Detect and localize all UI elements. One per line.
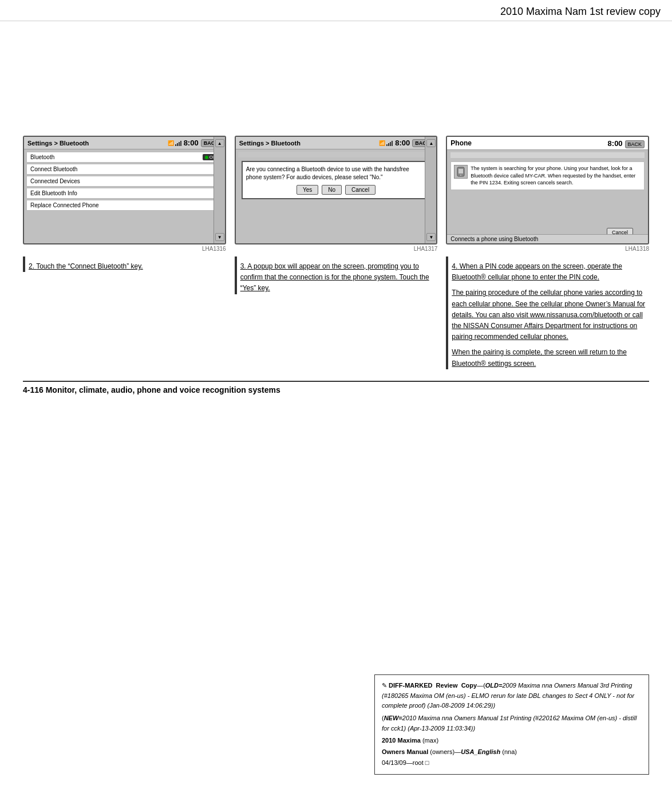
screen2-scroll-down-arrow[interactable]: ▼ — [426, 233, 436, 241]
diff-line1: ✎ DIFF-MARKED Review Copy—(OLD=2009 Maxi… — [382, 681, 642, 711]
screen2-scroll-up-arrow[interactable]: ▲ — [426, 139, 436, 147]
screen1-header: Settings > Bluetooth 📶 8:00 — [24, 137, 225, 149]
step4-content3: When the pairing is complete, the screen… — [452, 347, 649, 369]
pencil-icon: ✎ — [382, 682, 387, 689]
screen3-bg-item — [450, 152, 645, 158]
screen2-body-area: Are you connecting a Bluetooth device to… — [236, 149, 437, 241]
screen2-signal-bar-icon — [386, 140, 393, 146]
screen3-header: Phone 8:00 BACK — [447, 137, 648, 150]
popup-box: Are you connecting a Bluetooth device to… — [242, 161, 431, 199]
diff-line2: (NEW=2010 Maxima nna Owners Manual 1st P… — [382, 713, 642, 733]
step3-text: 3. A popup box will appear on the screen… — [240, 261, 438, 294]
popup-yes-button[interactable]: Yes — [297, 185, 318, 195]
step4-desc1: When a PIN code appears on the screen, o… — [452, 262, 622, 281]
screen3-info-content: The system is searching for your phone. … — [447, 152, 648, 224]
step2-desc: Touch the “Connect Bluetooth” key. — [36, 262, 143, 270]
step2-num: 2. — [29, 262, 34, 270]
menu-item-connect-bluetooth[interactable]: Connect Bluetooth — [26, 164, 223, 175]
popup-cancel-button[interactable]: Cancel — [345, 185, 375, 195]
screen2-status-icons: 📶 — [379, 140, 393, 146]
screen1-mockup: Settings > Bluetooth 📶 8:00 — [23, 136, 226, 244]
edit-bluetooth-info-label: Edit Bluetooth Info — [30, 190, 77, 196]
step3-bar — [235, 256, 237, 294]
diagram-col-3: Phone 8:00 BACK — [446, 136, 649, 369]
screen1-breadcrumb: Settings > Bluetooth — [27, 140, 89, 147]
svg-point-2 — [460, 175, 461, 176]
screen1-time: 8:00 — [184, 139, 199, 147]
screen1-menu-list: Bluetooth ON Connect Bluetooth Connected… — [24, 149, 225, 241]
screen3-info-area: The system is searching for your phone. … — [447, 150, 648, 227]
diff-usa-italic: USA_English — [461, 748, 500, 755]
diagram-col-1: Settings > Bluetooth 📶 8:00 — [23, 136, 226, 272]
screen2-mockup: Settings > Bluetooth 📶 8:00 — [235, 136, 438, 244]
screen2-bg-item1 — [238, 152, 434, 157]
scroll-up-arrow[interactable]: ▲ — [215, 139, 224, 147]
menu-item-bluetooth-label: Bluetooth — [30, 154, 54, 160]
menu-item-connected-devices[interactable]: Connected Devices — [26, 176, 223, 187]
step2-text: 2. Touch the “Connect Bluetooth” key. — [29, 261, 143, 272]
connects-label: Connects a phone using Bluetooth — [447, 234, 648, 243]
info-text: The system is searching for your phone. … — [471, 165, 641, 187]
diff-marked-box: ✎ DIFF-MARKED Review Copy—(OLD=2009 Maxi… — [374, 674, 649, 775]
step4-container: 4. When a PIN code appears on the screen… — [446, 256, 649, 369]
step3-content: 3. A popup box will appear on the screen… — [240, 261, 438, 294]
step2-container: 2. Touch the “Connect Bluetooth” key. — [23, 256, 226, 272]
step4-text: 4. When a PIN code appears on the screen… — [452, 261, 649, 369]
screen3-lha: LHA1318 — [446, 246, 649, 252]
diff-marked-label: DIFF-MARKED — [389, 682, 432, 689]
screen3-title: Phone — [450, 139, 472, 147]
diff-usa-bold: USA_English — [461, 748, 500, 755]
connected-devices-label: Connected Devices — [30, 178, 80, 184]
connect-bluetooth-label: Connect Bluetooth — [30, 166, 77, 172]
popup-text: Are you connecting a Bluetooth device to… — [246, 165, 426, 181]
step4-content1: 4. When a PIN code appears on the screen… — [452, 261, 649, 283]
step4-bar — [446, 256, 448, 369]
menu-item-edit-bluetooth-info[interactable]: Edit Bluetooth Info — [26, 188, 223, 199]
info-icon — [454, 165, 468, 179]
step3-num: 3. — [240, 262, 246, 270]
step4-content2: The pairing procedure of the cellular ph… — [452, 287, 649, 342]
popup-no-button[interactable]: No — [322, 185, 342, 195]
screen2-header: Settings > Bluetooth 📶 8:00 — [236, 137, 437, 149]
diff-owners-bold: Owners Manual — [382, 748, 428, 755]
screen3-time-area: 8:00 BACK — [608, 139, 645, 148]
diff-review-label: Review — [436, 682, 458, 689]
bluetooth-icon: 📶 — [168, 140, 174, 146]
screen2-lha: LHA1317 — [235, 246, 438, 252]
diff-line3: 2010 Maxima (max) — [382, 736, 642, 746]
screen1-body-area: Bluetooth ON Connect Bluetooth Connected… — [24, 149, 225, 241]
screen3-back-button[interactable]: BACK — [625, 140, 645, 148]
diff-copy-label: Copy — [461, 682, 477, 689]
bottom-section-label: 4-116 Monitor, climate, audio, phone and… — [23, 381, 649, 394]
scroll-down-arrow[interactable]: ▼ — [215, 233, 224, 241]
page-title-text: 2010 Maxima Nam 1st review copy — [500, 6, 661, 17]
menu-item-replace-connected-phone[interactable]: Replace Connected Phone — [26, 200, 223, 211]
screen2-bluetooth-icon: 📶 — [379, 140, 385, 146]
menu-item-bluetooth[interactable]: Bluetooth ON — [26, 152, 223, 163]
step4-num: 4. — [452, 262, 457, 270]
phone-info-svg — [455, 166, 467, 177]
screen2-page-indicator: 2/5 — [238, 203, 434, 211]
page-title: 2010 Maxima Nam 1st review copy — [0, 0, 672, 21]
diff-line4: Owners Manual (owners)—USA_English (nna) — [382, 747, 642, 757]
step2-content: 2. Touch the “Connect Bluetooth” key. — [29, 261, 143, 272]
screen1-status-icons: 📶 — [168, 140, 181, 146]
screen2-time: 8:00 — [395, 139, 410, 147]
diagram-col-2: Settings > Bluetooth 📶 8:00 — [235, 136, 438, 294]
screen2-popup-area: Are you connecting a Bluetooth device to… — [236, 149, 437, 241]
diagrams-row: Settings > Bluetooth 📶 8:00 — [23, 136, 649, 369]
diff-line5: 04/13/09—root □ — [382, 758, 642, 768]
step2-bar — [23, 256, 25, 272]
info-box: The system is searching for your phone. … — [450, 161, 645, 190]
screen2-breadcrumb: Settings > Bluetooth — [239, 140, 301, 147]
screen2-nav-arrows: ▲ ▼ — [425, 137, 436, 243]
on-dot-icon — [205, 156, 208, 159]
signal-bar-icon — [175, 140, 181, 146]
replace-connected-phone-label: Replace Connected Phone — [30, 202, 99, 208]
step3-container: 3. A popup box will appear on the screen… — [235, 256, 438, 294]
step3-desc: A popup box will appear on the screen, p… — [240, 262, 429, 292]
popup-buttons: Yes No Cancel — [246, 185, 426, 195]
screen1-nav-arrows: ▲ ▼ — [214, 137, 225, 243]
screen3-time: 8:00 — [608, 139, 623, 148]
screen1-page-indicator: 1/5 — [26, 212, 223, 220]
